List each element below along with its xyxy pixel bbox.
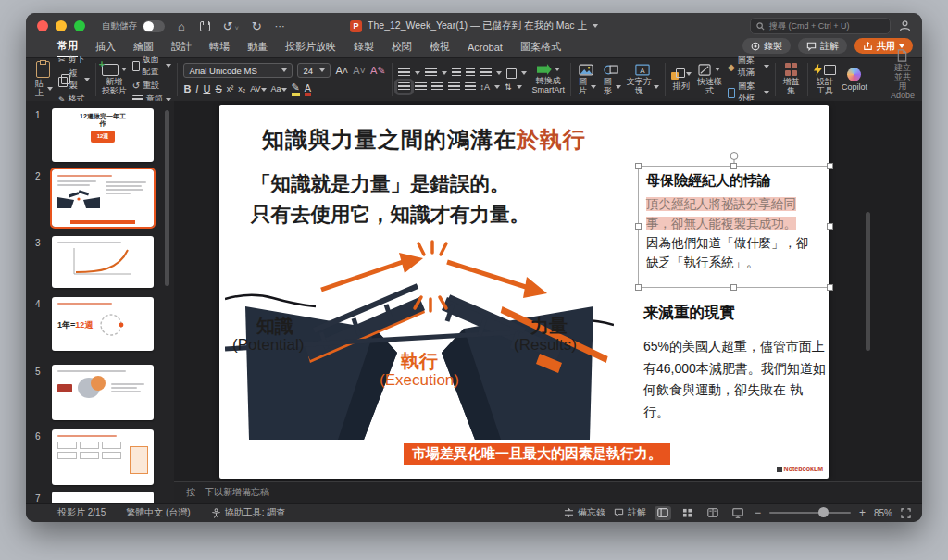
thumbnail-scrollbar[interactable] (165, 110, 169, 286)
slideshow-view-button[interactable] (730, 506, 746, 520)
align-center-button[interactable] (415, 82, 427, 92)
normal-view-button[interactable] (655, 506, 671, 520)
rotate-handle[interactable] (730, 152, 739, 160)
zoom-in-button[interactable]: + (859, 506, 866, 519)
fit-to-window-button[interactable] (901, 508, 911, 518)
resize-handle-se[interactable] (827, 284, 833, 291)
tab-design[interactable]: 設計 (171, 40, 192, 56)
comments-toggle-button[interactable]: 註解 (614, 506, 646, 519)
indent-button[interactable] (466, 68, 475, 78)
minimize-button[interactable] (56, 20, 67, 31)
home-icon[interactable]: ⌂ (178, 20, 185, 32)
document-title[interactable]: The_12_Week_Year(1) — 已儲存到 在我的 Mac 上 (368, 19, 587, 32)
thumbnail-slide-4[interactable]: 1年=12週 (52, 297, 154, 351)
resize-handle-sw[interactable] (635, 284, 642, 291)
align-left-button[interactable] (398, 82, 410, 92)
zoom-level[interactable]: 85% (874, 508, 892, 518)
layout-button[interactable]: 版面配置 (132, 54, 172, 78)
clear-formatting-button[interactable]: A✎ (370, 65, 386, 77)
increase-font-button[interactable]: A˄ (335, 65, 348, 76)
distribute-button[interactable] (465, 82, 476, 91)
editor-scrollbar[interactable] (866, 212, 870, 351)
subscript-button[interactable]: x₂ (238, 84, 245, 93)
account-icon[interactable] (899, 19, 911, 31)
bullets-button[interactable] (398, 68, 410, 78)
redo-icon[interactable]: ↻ (252, 20, 262, 32)
thumbnail-slide-3[interactable] (52, 236, 154, 288)
strikethrough-button[interactable]: S (215, 83, 221, 94)
weightloss-body[interactable]: 65%的美國人超重，儘管市面上有46,000本減肥書。我們知道如何飲食與運動，卻… (643, 336, 827, 423)
outdent-button[interactable] (452, 68, 461, 78)
underline-button[interactable]: U (203, 83, 210, 94)
justify-button[interactable] (448, 82, 460, 92)
resize-handle-s[interactable] (730, 284, 737, 291)
picture-button[interactable]: 圖片 (577, 64, 596, 96)
cut-button[interactable]: ✂剪下 (58, 54, 90, 66)
tab-record[interactable]: 錄製 (354, 40, 374, 56)
thumbnail-slide-2-selected[interactable] (52, 169, 154, 227)
text-direction-button[interactable]: ↕A (480, 82, 491, 92)
language-indicator[interactable]: 繁體中文 (台灣) (126, 506, 190, 519)
paste-button[interactable]: 貼上 (33, 61, 53, 98)
zoom-slider[interactable] (769, 512, 851, 514)
resize-handle-e[interactable] (827, 223, 833, 230)
more-commands-icon[interactable]: ⋯ (275, 21, 285, 31)
align-right-button[interactable] (431, 82, 443, 92)
resize-handle-nw[interactable] (635, 163, 642, 169)
columns-button[interactable] (506, 68, 517, 79)
bridge-illustration[interactable]: 知識 (Potential) 力量 (Results) 執行 (Executio… (225, 240, 614, 440)
search-input[interactable]: 搜尋 (Cmd + Ctrl + U) (750, 18, 891, 34)
record-button[interactable]: 錄製 (742, 38, 791, 54)
slide-sorter-view-button[interactable] (680, 506, 696, 520)
arrange-button[interactable]: 排列 (671, 68, 692, 92)
tab-review[interactable]: 校閱 (392, 40, 412, 56)
reading-view-button[interactable] (705, 506, 721, 520)
autosave-toggle[interactable] (143, 20, 165, 32)
designer-button[interactable]: 設計工具 (814, 64, 836, 96)
addins-button[interactable]: 增益集 (781, 63, 802, 96)
tab-shape-format[interactable]: 圖案格式 (520, 40, 561, 56)
notes-placeholder-bar[interactable]: 按一下以新增備忘稿 (174, 481, 922, 503)
zoom-window-button[interactable] (74, 20, 85, 31)
font-color-button[interactable]: A (305, 82, 311, 96)
save-icon[interactable] (200, 21, 210, 31)
zoom-out-button[interactable]: − (755, 506, 761, 519)
tab-transitions[interactable]: 轉場 (209, 40, 230, 56)
thumbnail-slide-7[interactable] (52, 492, 154, 503)
convert-smartart-button[interactable]: 轉換成SmartArt (532, 64, 566, 95)
new-slide-button[interactable]: 新增投影片 (102, 64, 127, 96)
character-spacing-button[interactable]: AV (250, 84, 266, 93)
undo-icon[interactable]: ↺ ˅ (223, 20, 239, 32)
zoom-slider-knob[interactable] (818, 507, 829, 517)
numbering-button[interactable] (425, 68, 437, 78)
thumbnail-slide-1[interactable]: 12週做完一年工作 12週 (52, 108, 154, 162)
accessibility-check[interactable]: 協助工具: 調查 (211, 506, 286, 519)
bottom-banner[interactable]: 市場差異化唯一且最大的因素是執行力。 (404, 443, 670, 465)
reset-button[interactable]: ↺重設 (132, 80, 172, 92)
thumbnail-slide-5[interactable] (52, 365, 154, 420)
textbox-button[interactable]: A 文字方塊 (627, 64, 659, 96)
font-size-select[interactable]: 24 (297, 63, 331, 78)
decrease-font-button[interactable]: A˅ (353, 65, 366, 76)
weightloss-heading[interactable]: 来減重的現實 (643, 303, 735, 323)
resize-handle-w[interactable] (635, 223, 642, 230)
italic-button[interactable]: I (195, 83, 198, 94)
tab-animations[interactable]: 動畫 (247, 40, 268, 56)
highlight-color-button[interactable]: ✎ (292, 81, 300, 96)
shape-fill-button[interactable]: ◆圖案填滿 (728, 55, 769, 79)
tab-slideshow[interactable]: 投影片放映 (285, 40, 336, 56)
bold-button[interactable]: B (183, 83, 191, 94)
line-spacing-button[interactable] (480, 68, 492, 78)
copy-button[interactable]: 複製 (58, 68, 90, 92)
thumbnail-slide-6[interactable] (52, 429, 154, 485)
shapes-button[interactable]: 圖形 (602, 64, 621, 96)
notes-toggle-button[interactable]: 備忘錄 (564, 506, 605, 519)
slide-subtitle[interactable]: 「知識就是力量」是錯誤的。 只有去使用它，知識才有力量。 (251, 169, 530, 230)
close-button[interactable] (37, 20, 48, 31)
align-text-button[interactable]: ⇅ (505, 82, 512, 92)
change-case-button[interactable]: Aa (271, 84, 287, 93)
slide-canvas[interactable]: 知識與力量之間的鴻溝在於執行 「知識就是力量」是錯誤的。 只有去使用它，知識才有… (219, 105, 829, 479)
font-name-select[interactable]: Arial Unicode MS (183, 63, 293, 78)
copilot-button[interactable]: Copilot (842, 68, 867, 93)
superscript-button[interactable]: x² (227, 84, 234, 93)
